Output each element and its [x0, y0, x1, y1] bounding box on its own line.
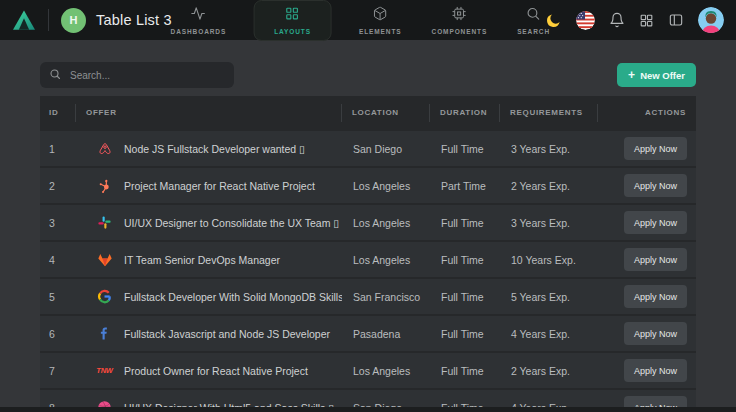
cell-duration: Full Time: [430, 143, 500, 155]
offer-title: Product Owner for React Native Project: [124, 365, 308, 377]
cell-requirements: 2 Years Exp.: [500, 365, 598, 377]
cell-actions: Apply Now: [598, 174, 696, 197]
table-header-row: ID OFFER LOCATION DURATION REQUIREMENTS …: [40, 96, 696, 129]
column-header-requirements: REQUIREMENTS: [500, 104, 598, 122]
cell-location: San Diego: [342, 143, 430, 155]
apps-icon[interactable]: [639, 13, 654, 28]
bottom-edge: [0, 407, 736, 412]
cell-duration: Part Time: [430, 180, 500, 192]
nav-item-dashboards[interactable]: DASHBOARDS: [168, 0, 230, 41]
app-logo-icon[interactable]: [10, 7, 38, 33]
cell-id: 2: [40, 180, 76, 192]
table-row: 4 IT Team Senior DevOps Manager Los Ange…: [40, 242, 696, 277]
cell-location: Los Angeles: [342, 217, 430, 229]
page-title: Table List 3: [96, 12, 172, 28]
table-row: 5 Fullstack Developer With Solid MongoDB…: [40, 279, 696, 314]
sidebar-toggle-icon[interactable]: [668, 12, 684, 28]
avatar: H: [61, 8, 86, 33]
cell-requirements: 2 Years Exp.: [500, 180, 598, 192]
bell-icon[interactable]: [609, 12, 625, 28]
column-header-location: LOCATION: [342, 104, 430, 122]
cell-offer: UI/UX Designer to Consolidate the UX Tea…: [76, 214, 342, 231]
cell-requirements: 3 Years Exp.: [500, 143, 598, 155]
cell-id: 5: [40, 291, 76, 303]
table-row: 2 Project Manager for React Native Proje…: [40, 168, 696, 203]
cell-actions: Apply Now: [598, 359, 696, 382]
cell-requirements: 5 Years Exp.: [500, 291, 598, 303]
facebook-icon: [96, 325, 113, 342]
apply-now-button[interactable]: Apply Now: [624, 174, 687, 197]
tnw-logo-text: TNW: [96, 366, 112, 375]
search-icon: [49, 66, 61, 84]
divider: [48, 9, 49, 31]
nav-item-label: SEARCH: [517, 28, 550, 35]
apply-now-button[interactable]: Apply Now: [624, 322, 687, 345]
cell-requirements: 4 Years Exp.: [500, 328, 598, 340]
cell-duration: Full Time: [430, 254, 500, 266]
activity-icon: [191, 6, 206, 25]
cell-offer: Fullstack Developer With Solid MongoDB S…: [76, 288, 342, 305]
nav-item-search[interactable]: SEARCH: [514, 0, 553, 41]
offer-title: Node JS Fullstack Developer wanted ▯: [124, 143, 305, 155]
offer-title: IT Team Senior DevOps Manager: [124, 254, 280, 266]
airbnb-icon: [96, 140, 113, 157]
cell-location: San Francisco: [342, 291, 430, 303]
cell-offer: IT Team Senior DevOps Manager: [76, 251, 342, 268]
grid-icon: [285, 6, 300, 25]
offer-title: Project Manager for React Native Project: [124, 180, 315, 192]
cell-duration: Full Time: [430, 328, 500, 340]
apply-now-button[interactable]: Apply Now: [624, 137, 687, 160]
table-row: 3 UI/UX Designer to Consolidate the UX T…: [40, 205, 696, 240]
nav-item-components[interactable]: COMPONENTS: [429, 0, 491, 41]
apply-now-button[interactable]: Apply Now: [624, 359, 687, 382]
us-flag-icon[interactable]: [576, 11, 595, 30]
toolbar: + New Offer: [40, 62, 696, 88]
nav-item-elements[interactable]: ELEMENTS: [356, 0, 405, 41]
search-box: [40, 62, 234, 88]
nav-item-layouts[interactable]: LAYOUTS: [253, 0, 332, 41]
cell-id: 3: [40, 217, 76, 229]
table-row: 1 Node JS Fullstack Developer wanted ▯ S…: [40, 131, 696, 166]
offers-table: ID OFFER LOCATION DURATION REQUIREMENTS …: [40, 96, 696, 412]
cpu-icon: [452, 6, 467, 25]
nav-item-label: LAYOUTS: [274, 28, 311, 35]
nav-item-label: ELEMENTS: [359, 28, 402, 35]
apply-now-button[interactable]: Apply Now: [624, 211, 687, 234]
cell-offer: Node JS Fullstack Developer wanted ▯: [76, 140, 342, 157]
gitlab-icon: [96, 251, 113, 268]
cell-actions: Apply Now: [598, 137, 696, 160]
cell-id: 4: [40, 254, 76, 266]
main-nav: DASHBOARDS LAYOUTS ELEMENTS COMPONENTS S…: [168, 0, 553, 41]
hubspot-icon: [96, 177, 113, 194]
cell-duration: Full Time: [430, 217, 500, 229]
new-offer-button[interactable]: + New Offer: [617, 63, 696, 87]
column-header-id: ID: [40, 104, 76, 122]
nav-item-label: DASHBOARDS: [171, 28, 227, 35]
column-header-actions: ACTIONS: [598, 104, 696, 122]
search-input[interactable]: [68, 69, 225, 82]
brand-letter: H: [70, 14, 78, 26]
cell-id: 1: [40, 143, 76, 155]
cell-requirements: 3 Years Exp.: [500, 217, 598, 229]
cell-offer: Project Manager for React Native Project: [76, 177, 342, 194]
offer-title: UI/UX Designer to Consolidate the UX Tea…: [124, 217, 339, 229]
top-navbar: H Table List 3 DASHBOARDS LAYOUTS ELEMEN…: [0, 0, 736, 40]
cell-offer: TNW Product Owner for React Native Proje…: [76, 362, 342, 379]
nav-item-label: COMPONENTS: [432, 28, 488, 35]
apply-now-button[interactable]: Apply Now: [624, 248, 687, 271]
offer-title: Fullstack Developer With Solid MongoDB S…: [124, 291, 342, 303]
cell-location: Los Angeles: [342, 180, 430, 192]
slack-icon: [96, 214, 113, 231]
avatar[interactable]: [698, 7, 724, 33]
cell-location: Los Angeles: [342, 254, 430, 266]
topbar-actions: [545, 7, 724, 33]
box-icon: [373, 6, 388, 25]
cell-id: 6: [40, 328, 76, 340]
apply-now-button[interactable]: Apply Now: [624, 285, 687, 308]
column-header-duration: DURATION: [430, 104, 500, 122]
table-row: 6 Fullstack Javascript and Node JS Devel…: [40, 316, 696, 351]
offer-title: Fullstack Javascript and Node JS Develop…: [124, 328, 330, 340]
column-header-offer: OFFER: [76, 104, 342, 122]
main-content: + New Offer ID OFFER LOCATION DURATION R…: [0, 40, 736, 412]
cell-actions: Apply Now: [598, 211, 696, 234]
